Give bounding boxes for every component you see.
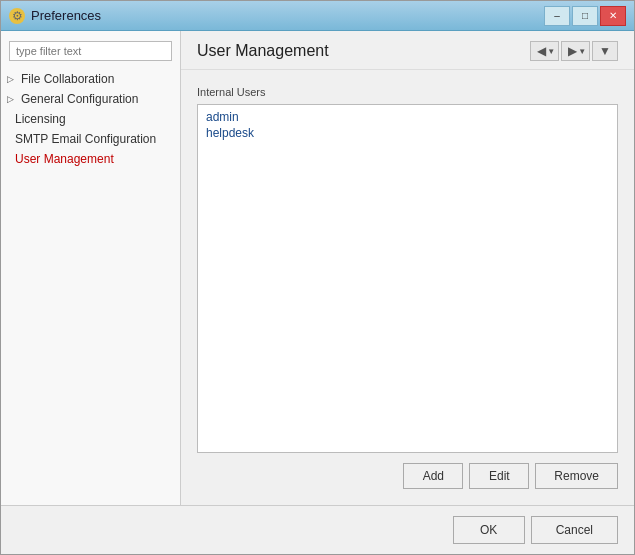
window-icon: ⚙	[9, 8, 25, 24]
add-button[interactable]: Add	[403, 463, 463, 489]
nav-back-button[interactable]: ◀ ▼	[530, 41, 559, 61]
sidebar-item-label: User Management	[15, 152, 114, 166]
action-buttons: Add Edit Remove	[197, 463, 618, 489]
panel-body: Internal Users admin helpdesk Add Edit R…	[181, 70, 634, 505]
sidebar-item-licensing[interactable]: Licensing	[1, 109, 180, 129]
content-area: ▷ File Collaboration ▷ General Configura…	[1, 31, 634, 505]
main-panel: User Management ◀ ▼ ▶ ▼ ▼ Interna	[181, 31, 634, 505]
minimize-button[interactable]: –	[544, 6, 570, 26]
sidebar-item-file-collaboration[interactable]: ▷ File Collaboration	[1, 69, 180, 89]
sidebar-item-label: General Configuration	[21, 92, 138, 106]
maximize-button[interactable]: □	[572, 6, 598, 26]
expand-arrow-icon: ▷	[7, 94, 17, 104]
sidebar-item-general-configuration[interactable]: ▷ General Configuration	[1, 89, 180, 109]
nav-forward-button[interactable]: ▶ ▼	[561, 41, 590, 61]
list-item[interactable]: helpdesk	[202, 125, 613, 141]
section-label: Internal Users	[197, 86, 618, 98]
list-item[interactable]: admin	[202, 109, 613, 125]
nav-controls: ◀ ▼ ▶ ▼ ▼	[530, 41, 618, 61]
dropdown-arrow-icon: ▼	[599, 44, 611, 58]
sidebar: ▷ File Collaboration ▷ General Configura…	[1, 31, 181, 505]
sidebar-item-label: Licensing	[15, 112, 66, 126]
footer: OK Cancel	[1, 505, 634, 554]
nav-dropdown-icon: ▼	[578, 47, 586, 56]
ok-button[interactable]: OK	[453, 516, 525, 544]
title-bar-controls: – □ ✕	[544, 6, 626, 26]
preferences-window: ⚙ Preferences – □ ✕ ▷ File Collaboration…	[0, 0, 635, 555]
nav-dropdown-button[interactable]: ▼	[592, 41, 618, 61]
edit-button[interactable]: Edit	[469, 463, 529, 489]
cancel-button[interactable]: Cancel	[531, 516, 618, 544]
remove-button[interactable]: Remove	[535, 463, 618, 489]
panel-title: User Management	[197, 42, 329, 60]
nav-dropdown-icon: ▼	[547, 47, 555, 56]
sidebar-item-smtp-email[interactable]: SMTP Email Configuration	[1, 129, 180, 149]
title-bar: ⚙ Preferences – □ ✕	[1, 1, 634, 31]
filter-input[interactable]	[9, 41, 172, 61]
expand-arrow-icon: ▷	[7, 74, 17, 84]
title-bar-left: ⚙ Preferences	[9, 8, 101, 24]
sidebar-item-user-management[interactable]: User Management	[1, 149, 180, 169]
close-button[interactable]: ✕	[600, 6, 626, 26]
users-list[interactable]: admin helpdesk	[197, 104, 618, 453]
sidebar-item-label: File Collaboration	[21, 72, 114, 86]
window-title: Preferences	[31, 8, 101, 23]
panel-header: User Management ◀ ▼ ▶ ▼ ▼	[181, 31, 634, 70]
sidebar-item-label: SMTP Email Configuration	[15, 132, 156, 146]
